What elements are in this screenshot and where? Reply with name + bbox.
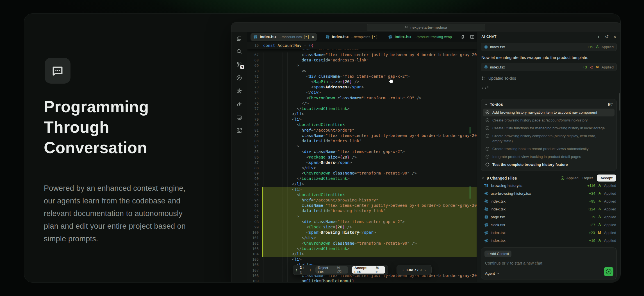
extensions-network-icon[interactable] — [236, 88, 242, 94]
change-counter: 2 — [300, 265, 302, 270]
applied-status: Applied — [604, 223, 616, 227]
check-circle-icon — [485, 147, 490, 151]
page: Programming Through Conversation Powered… — [0, 0, 644, 296]
todo-item[interactable]: Integrate product view tracking in produ… — [483, 153, 615, 161]
changed-file-name: browsing-history.ts — [491, 183, 522, 188]
file-chip[interactable]: index.tsx +19 A Applied — [481, 43, 617, 51]
split-editor-icon[interactable] — [470, 35, 475, 39]
extensions-grid-icon[interactable] — [236, 127, 242, 134]
accept-file-button[interactable]: Accept File ⌘ ↩ — [352, 266, 385, 274]
code-line: 67 className="flex items-center justify-… — [247, 52, 477, 58]
applied-status: Applied — [604, 215, 616, 219]
changed-file-row[interactable]: index.tsx+124AApplied — [481, 205, 616, 213]
remote-monitor-icon[interactable] — [236, 114, 242, 121]
changed-file-row[interactable]: page.tsx+9AApplied — [481, 213, 616, 221]
changed-file-row[interactable]: index.tsx+19AApplied — [481, 237, 616, 244]
ai-chat-panel: AI CHAT + ↺ × index.tsx +19 A — [477, 32, 621, 282]
todo-item[interactable]: Test the complete browsing history featu… — [483, 161, 615, 169]
todo-item[interactable]: Add browsing history navigation item to … — [483, 109, 615, 116]
code-line: 75 <ChevronDown className="transform -ro… — [247, 95, 477, 101]
code-line: 104 </li> — [247, 251, 477, 257]
code-line: 93 <LocalizedClientLink — [247, 192, 477, 198]
tab-file-name: index.tsx — [260, 35, 277, 39]
debug-run-icon[interactable] — [236, 101, 242, 107]
changed-file-name: index.tsx — [491, 238, 506, 243]
applied-check-icon — [561, 176, 565, 180]
file-counter-total: 9 — [420, 268, 422, 272]
send-button[interactable] — [604, 267, 613, 276]
open-changes-icon[interactable] — [460, 35, 465, 39]
changed-file-row[interactable]: index.tsx+95AApplied — [481, 197, 616, 205]
close-chat-icon[interactable]: × — [613, 35, 616, 39]
todo-item[interactable]: Create tracking hook to record product v… — [483, 145, 615, 153]
code-line: 72 <MapPin size={20} /> — [247, 79, 477, 84]
accept-all-button[interactable]: Accept — [597, 175, 616, 182]
diff-added: +9 — [591, 215, 595, 219]
changed-files-header[interactable]: 9 Changed Files Applied Reject Accept — [481, 175, 616, 182]
chat-input-placeholder: Continue or '/' to start a new chat — [485, 261, 542, 265]
close-tab-icon[interactable]: × — [311, 35, 314, 39]
applied-status: Applied — [602, 45, 614, 49]
diff-overview-mark — [470, 127, 470, 134]
source-control-icon[interactable]: 9 — [236, 61, 242, 68]
editor-tab[interactable]: index.tsx.../templates — [323, 33, 380, 41]
chevron-down-icon — [481, 176, 484, 180]
code-area: 16const AccountNav = ({ href="/account/a… — [247, 42, 477, 282]
todo-text: Create browsing history components (hist… — [492, 134, 596, 144]
git-status-badge: A — [596, 45, 599, 49]
updated-todos-label: Updated To-dos — [488, 76, 516, 81]
agent-mode-dropdown[interactable]: Agent — [485, 271, 500, 276]
code-line: href="/account/addresses" — [247, 49, 477, 52]
new-chat-icon[interactable]: + — [597, 34, 600, 40]
reject-file-button[interactable]: Reject File ⌘ ⌫ — [315, 266, 348, 274]
next-file-button[interactable]: › — [424, 268, 426, 272]
changed-file-row[interactable]: clock.tsx+27AApplied — [481, 221, 616, 229]
file-chip[interactable]: index.tsx +3 -2 M Applied — [481, 63, 617, 71]
diff-added: +95 — [589, 199, 595, 203]
changed-file-row[interactable]: index.tsx+23MApplied — [481, 229, 616, 237]
code-line: 100 <span>Browsing History</span> — [247, 230, 477, 235]
react-file-icon — [484, 191, 488, 196]
check-circle-icon — [485, 110, 490, 114]
chat-title: AI CHAT — [481, 35, 497, 39]
prev-file-button[interactable]: ‹ — [403, 268, 404, 272]
code-line: 88 </div> — [247, 165, 477, 171]
chat-history-icon[interactable]: ↺ — [605, 35, 609, 39]
git-status-badge: A — [599, 191, 601, 195]
code-line: 94 href="/account/browsing-history" — [247, 198, 477, 203]
editor-tab[interactable]: index.tsx.../account-nav× — [251, 33, 317, 41]
pin-circle-icon[interactable] — [236, 75, 242, 81]
command-search[interactable]: nextjs-starter-medusa — [367, 24, 485, 31]
paragraph-line: simple prompts. — [44, 233, 186, 245]
files-copy-icon[interactable] — [236, 35, 242, 42]
editor-tab[interactable]: index.tsx.../product-tracking-wrap — [385, 33, 455, 41]
chevron-down-icon — [497, 272, 500, 275]
code-line: 69 > — [247, 63, 477, 68]
todo-item[interactable]: Create browsing history page at /account… — [483, 116, 615, 124]
react-file-icon — [253, 35, 258, 39]
file-counter: File 7 / — [407, 268, 418, 272]
next-change-button[interactable]: ↓ — [310, 268, 311, 272]
git-status-badge: A — [599, 207, 601, 211]
todos-header[interactable]: To-dos 6/7 — [483, 101, 615, 109]
search-sidebar-icon[interactable] — [236, 48, 242, 55]
prev-change-button[interactable]: ↑ — [295, 268, 297, 272]
todo-item[interactable]: Create utility functions for managing br… — [483, 124, 615, 132]
ide-window: nextjs-starter-medusa 9 — [231, 22, 621, 282]
add-context-button[interactable]: + Add Context — [484, 251, 511, 257]
applied-status: Applied — [604, 191, 616, 196]
reject-all-button[interactable]: Reject — [582, 176, 593, 180]
code-line: 87 <span>Orders</span> — [247, 160, 477, 165]
todo-item[interactable]: Create browsing history components (hist… — [483, 132, 615, 145]
changed-file-row[interactable]: TSbrowsing-history.ts+116AApplied — [481, 182, 616, 189]
changed-file-row[interactable]: use-browsing-history.tsx+34AApplied — [481, 189, 616, 197]
applied-indicator: Applied — [561, 176, 578, 180]
circle-icon — [485, 162, 490, 167]
react-file-icon — [484, 223, 488, 227]
mouse-cursor — [388, 77, 393, 84]
diff-added: +34 — [589, 191, 595, 196]
unsaved-indicator-icon — [372, 35, 377, 39]
chat-scrollbar[interactable] — [619, 93, 620, 111]
feature-card: Programming Through Conversation Powered… — [24, 13, 621, 283]
chat-input-box[interactable]: + Add Context Continue or '/' to start a… — [481, 247, 617, 279]
